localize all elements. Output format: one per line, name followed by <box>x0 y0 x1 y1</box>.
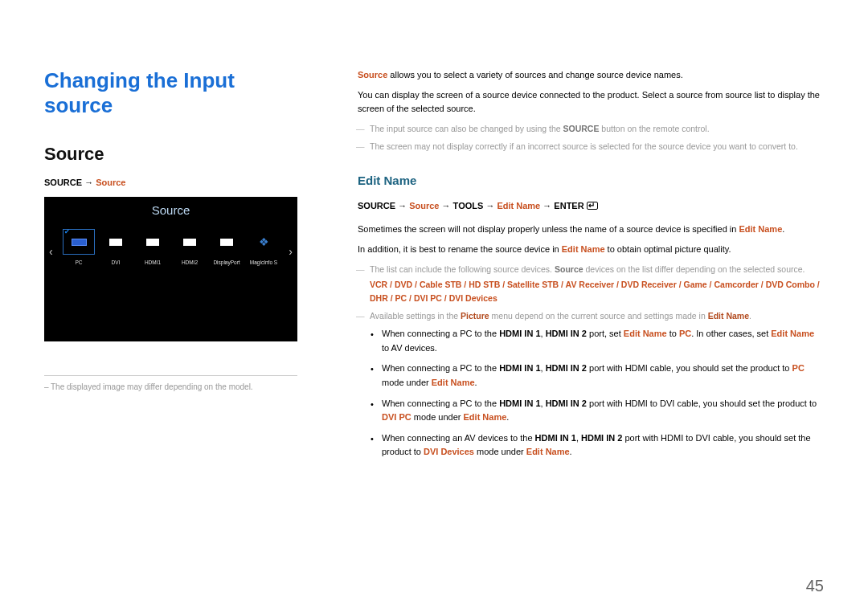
source-tiles: ✔ PC DVI HDMI1 HDMI2 <box>62 229 280 265</box>
page-title: Changing the Input source <box>44 68 297 118</box>
tile-magicinfo[interactable]: ❖ MagicInfo S <box>247 229 280 265</box>
para-specify-name: Sometimes the screen will not display pr… <box>358 223 824 236</box>
chevron-left-icon[interactable]: ‹ <box>49 245 53 258</box>
bullet-3: When connecting a PC to the HDMI IN 1, H… <box>382 397 824 425</box>
note-source-button: The input source can also be changed by … <box>358 122 824 135</box>
port-icon <box>183 239 196 246</box>
screenshot-caption: The displayed image may differ depending… <box>44 382 297 391</box>
path-source-2: Source <box>96 178 125 187</box>
tile-hdmi1[interactable]: HDMI1 <box>136 229 170 265</box>
intro-line-2: You can display the screen of a source d… <box>358 88 824 116</box>
divider <box>44 375 297 376</box>
note-picture-settings: Available settings in the Picture menu d… <box>358 309 824 322</box>
tile-label: MagicInfo S <box>250 260 277 265</box>
tile-label: DVI <box>112 260 121 265</box>
tile-hdmi2[interactable]: HDMI2 <box>173 229 207 265</box>
note-device-list: The list can include the following sourc… <box>358 263 824 304</box>
intro-line-1: Source allows you to select a variety of… <box>358 68 824 82</box>
bullet-1: When connecting a PC to the HDMI IN 1, H… <box>382 327 824 355</box>
port-icon <box>109 239 122 246</box>
port-icon <box>220 239 233 246</box>
port-icon <box>146 239 159 246</box>
device-options: VCR / DVD / Cable STB / HD STB / Satelli… <box>370 278 824 304</box>
enter-icon <box>587 202 598 210</box>
arrow-icon: → <box>84 178 96 187</box>
tile-label: DisplayPort <box>213 260 240 265</box>
right-column: Source allows you to select a variety of… <box>358 68 824 466</box>
bullet-4: When connecting an AV devices to the HDM… <box>382 431 824 460</box>
tile-label: PC <box>75 260 82 265</box>
bullet-list: When connecting a PC to the HDMI IN 1, H… <box>358 327 824 460</box>
para-rename: In addition, it is best to rename the so… <box>358 243 824 256</box>
tile-dvi[interactable]: DVI <box>99 229 133 265</box>
screenshot-title: Source <box>44 203 297 217</box>
note-incorrect-source: The screen may not display correctly if … <box>358 140 824 153</box>
check-icon: ✔ <box>64 228 70 235</box>
tile-pc[interactable]: ✔ PC <box>62 229 96 265</box>
magicinfo-icon: ❖ <box>259 235 269 248</box>
page-number: 45 <box>806 577 824 595</box>
section-heading: Source <box>44 144 297 165</box>
bullet-2: When connecting a PC to the HDMI IN 1, H… <box>382 362 824 390</box>
subheading-edit-name: Edit Name <box>358 171 824 190</box>
nav-path-edit-name: SOURCE → Source → TOOLS → Edit Name → EN… <box>358 199 824 213</box>
tile-displayport[interactable]: DisplayPort <box>210 229 244 265</box>
tile-label: HDMI1 <box>145 260 161 265</box>
left-column: Changing the Input source Source SOURCE … <box>44 68 297 466</box>
nav-path: SOURCE → Source <box>44 178 297 187</box>
path-source: SOURCE <box>44 178 82 187</box>
chevron-right-icon[interactable]: › <box>289 245 293 258</box>
source-screenshot: Source ‹ › ✔ PC DVI HDMI1 <box>44 197 297 341</box>
vga-icon <box>72 239 87 246</box>
tile-label: HDMI2 <box>182 260 198 265</box>
